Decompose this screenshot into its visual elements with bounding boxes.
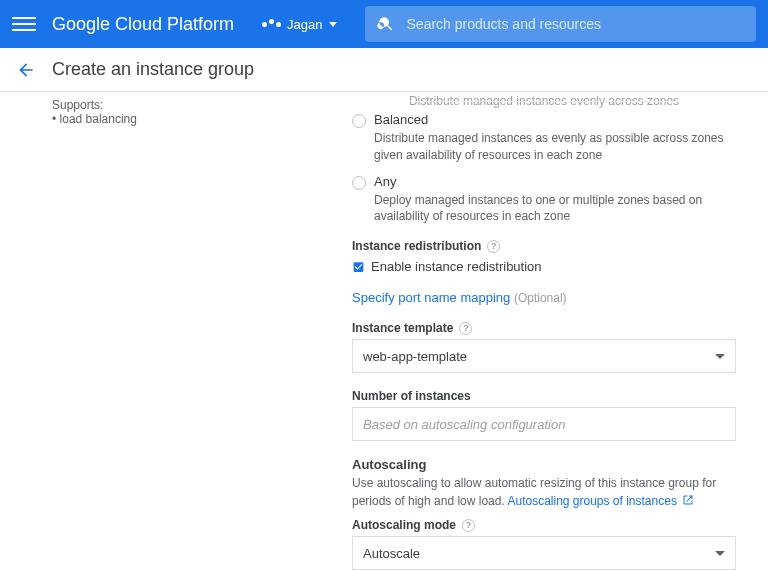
external-link-icon [682,494,694,506]
help-icon[interactable]: ? [462,519,475,532]
chevron-down-icon [329,22,337,27]
search-icon [377,15,395,33]
back-arrow-icon[interactable] [16,60,36,80]
instance-redistribution-label: Instance redistribution ? [352,239,736,253]
left-column: Supports: • load balancing [0,92,340,572]
instance-template-select[interactable]: web-app-template [352,339,736,373]
radio-icon [352,176,366,190]
radio-any[interactable]: Any [352,174,736,190]
project-name: Jagan [287,17,322,32]
autoscaling-heading: Autoscaling [352,457,736,472]
radio-balanced[interactable]: Balanced [352,112,736,128]
dropdown-icon [715,354,725,359]
autoscaling-link[interactable]: Autoscaling groups of instances [507,494,694,508]
truncated-desc: Distribute managed instances evenly acro… [352,94,736,108]
num-instances-input[interactable]: Based on autoscaling configuration [352,407,736,441]
enable-redistribution-checkbox[interactable]: Enable instance redistribution [352,259,736,274]
help-icon[interactable]: ? [459,322,472,335]
port-mapping-row: Specify port name mapping (Optional) [352,290,736,305]
radio-balanced-desc: Distribute managed instances as evenly a… [374,130,736,164]
project-selector[interactable]: Jagan [262,17,336,32]
dropdown-icon [715,551,725,556]
autoscaling-desc: Use autoscaling to allow automatic resiz… [352,474,736,510]
supports-item: • load balancing [52,112,324,126]
num-instances-label: Number of instances [352,389,736,403]
page-title: Create an instance group [52,59,254,80]
project-dots-icon [262,22,281,27]
search-input[interactable] [407,16,744,32]
help-icon[interactable]: ? [487,240,500,253]
autoscaling-mode-select[interactable]: Autoscale [352,536,736,570]
instance-template-label: Instance template ? [352,321,736,335]
checkbox-checked-icon [352,260,365,273]
radio-icon [352,114,366,128]
brand-title: Google Cloud Platform [52,14,234,35]
form-column: Distribute managed instances evenly acro… [340,92,760,572]
radio-any-desc: Deploy managed instances to one or multi… [374,192,736,226]
port-mapping-link[interactable]: Specify port name mapping [352,290,510,305]
search-bar[interactable] [365,6,756,42]
sub-header: Create an instance group [0,48,768,92]
supports-label: Supports: [52,98,324,112]
autoscaling-mode-label: Autoscaling mode ? [352,518,736,532]
content: Supports: • load balancing Distribute ma… [0,92,768,572]
top-bar: Google Cloud Platform Jagan [0,0,768,48]
menu-icon[interactable] [12,12,36,36]
